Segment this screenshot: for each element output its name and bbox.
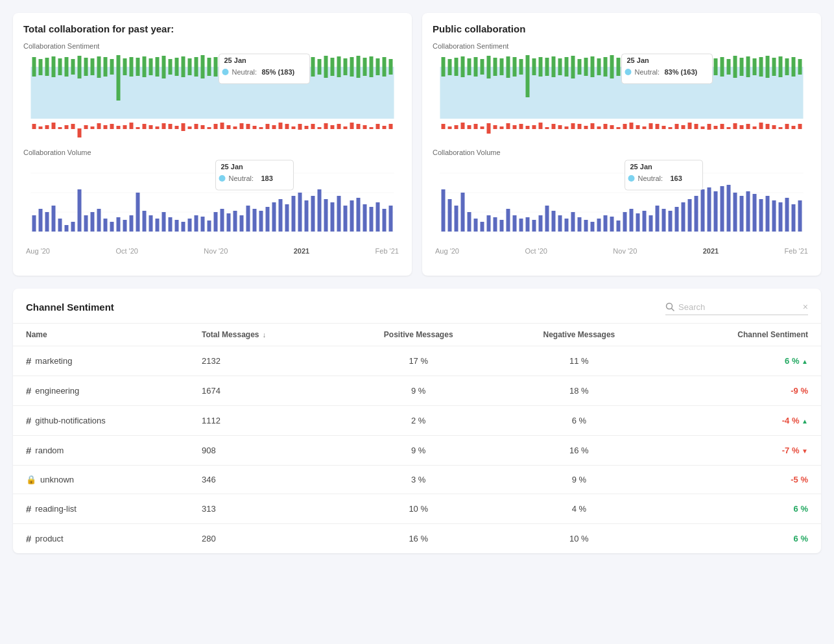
svg-rect-273 [656,124,660,129]
svg-rect-193 [500,58,504,75]
svg-rect-56 [389,59,393,75]
svg-rect-268 [623,124,627,129]
table-row: 🔒 unknown 346 3 % 9 % -5 % [13,466,821,494]
svg-rect-102 [324,123,328,129]
hash-icon: # [26,503,31,514]
table-header: Name Total Messages ↓ Positive Messages … [13,324,821,346]
hash-icon: # [26,385,31,396]
svg-rect-245 [474,124,478,129]
svg-rect-208 [597,58,601,75]
channel-name-text: product [35,534,63,543]
svg-rect-231 [746,56,750,77]
svg-rect-135 [117,217,121,232]
svg-rect-128 [71,222,75,232]
svg-rect-314 [500,220,504,232]
svg-rect-295 [798,124,802,129]
svg-rect-175 [376,202,380,232]
svg-rect-20 [156,57,160,77]
svg-rect-252 [519,124,523,129]
svg-rect-87 [227,125,231,129]
hash-icon: # [26,445,31,456]
svg-rect-161 [285,204,289,232]
clear-icon[interactable]: × [803,302,808,312]
svg-rect-112 [389,124,393,129]
svg-rect-340 [669,211,673,232]
svg-rect-344 [695,196,698,232]
svg-rect-269 [630,123,634,129]
svg-rect-329 [597,219,601,232]
svg-rect-142 [162,212,166,232]
svg-rect-46 [324,56,328,78]
svg-rect-104 [337,124,341,129]
svg-rect-319 [532,220,536,232]
col-name-header: Name [13,324,189,346]
svg-rect-157 [259,211,263,232]
svg-rect-27 [201,55,205,78]
svg-rect-11 [97,56,101,78]
svg-text:25 Jan: 25 Jan [221,163,244,171]
svg-rect-192 [494,58,497,76]
svg-rect-202 [558,58,562,75]
svg-rect-97 [292,126,296,129]
total-messages-cell: 313 [189,494,339,524]
svg-rect-241 [448,126,452,129]
sentiment-value: 6 % [785,356,799,366]
svg-rect-210 [610,55,614,78]
svg-rect-307 [455,206,459,232]
svg-rect-153 [233,211,237,232]
svg-rect-139 [143,211,147,232]
svg-rect-18 [143,56,147,77]
svg-rect-44 [311,57,315,77]
channel-sentiment-cell: -7 % ▼ [660,436,821,466]
total-x-axis: Aug '20 Oct '20 Nov '20 2021 Feb '21 [23,247,401,255]
svg-rect-271 [643,126,647,129]
svg-rect-12 [104,57,108,77]
svg-rect-2 [39,59,43,75]
svg-text:85% (183): 85% (183) [262,68,295,76]
svg-rect-270 [636,125,640,129]
svg-rect-346 [708,187,711,232]
svg-rect-138 [136,193,140,232]
svg-rect-77 [162,123,166,129]
svg-rect-197 [526,55,530,97]
svg-rect-209 [604,57,608,77]
svg-rect-6 [65,57,69,77]
svg-rect-75 [149,125,153,129]
svg-rect-360 [798,200,802,232]
negative-messages-cell: 9 % [497,466,660,494]
svg-rect-5 [58,58,62,75]
svg-rect-26 [195,57,198,77]
svg-rect-4 [52,56,56,77]
channel-name-text: github-notifications [35,416,105,425]
svg-rect-166 [318,189,322,232]
svg-rect-258 [558,125,562,129]
svg-rect-234 [766,56,770,78]
svg-rect-310 [474,219,478,232]
svg-rect-106 [350,123,354,129]
search-input[interactable] [678,302,803,312]
svg-rect-335 [636,213,640,232]
svg-rect-13 [110,59,114,75]
search-box[interactable]: × [665,299,808,315]
svg-rect-188 [468,58,471,75]
svg-text:Neutral:: Neutral: [638,174,663,182]
svg-rect-127 [65,225,69,232]
sentiment-value: 6 % [794,504,808,514]
svg-rect-8 [78,56,82,78]
svg-rect-149 [208,221,211,232]
channel-sentiment-cell: -5 % [660,466,821,494]
svg-rect-313 [494,217,497,232]
svg-rect-203 [565,57,569,77]
svg-rect-163 [298,193,302,232]
positive-messages-cell: 9 % [339,376,497,406]
svg-rect-196 [519,59,523,75]
positive-messages-cell: 16 % [339,524,497,554]
svg-rect-284 [727,127,731,129]
svg-line-367 [672,309,674,311]
public-collab-title: Public collaboration [433,23,811,34]
svg-rect-66 [91,126,95,129]
svg-rect-156 [253,209,257,232]
channel-name-text: engineering [35,386,79,396]
svg-rect-1 [32,57,36,77]
table-row: # reading-list 313 10 % 4 % 6 % [13,494,821,524]
